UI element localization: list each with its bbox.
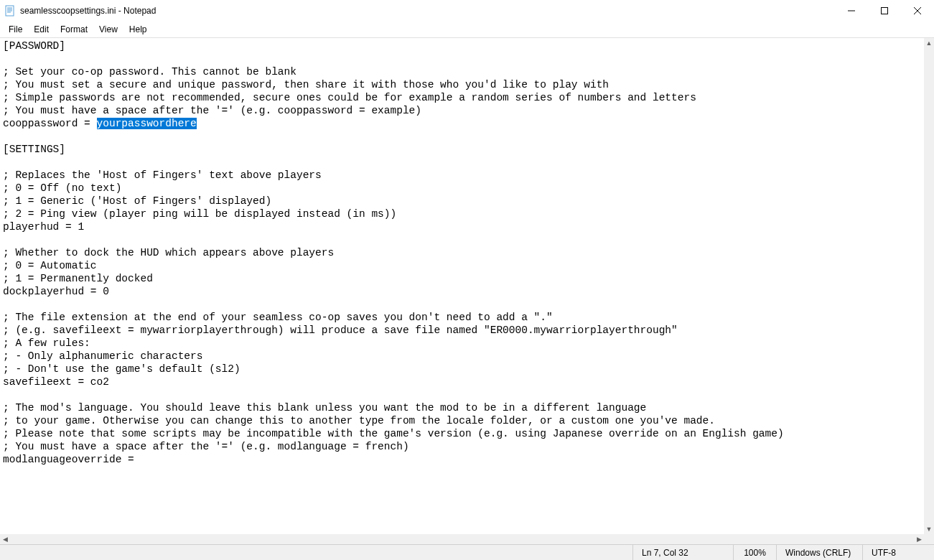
scroll-down-arrow-icon[interactable]: ▼ [924,524,934,534]
window-title: seamlesscoopsettings.ini - Notepad [20,6,835,16]
status-line-ending: Windows (CRLF) [776,545,862,560]
title-bar: seamlesscoopsettings.ini - Notepad [0,0,934,22]
menu-edit[interactable]: Edit [28,23,55,36]
selected-text[interactable]: yourpasswordhere [97,118,197,129]
menu-help[interactable]: Help [123,23,153,36]
window-controls [835,0,934,22]
vertical-scroll-track[interactable] [924,48,934,524]
scrollbar-corner [924,534,934,544]
scroll-right-arrow-icon[interactable]: ▶ [914,534,924,544]
menu-bar: File Edit Format View Help [0,22,934,37]
menu-format[interactable]: Format [55,23,93,36]
status-encoding: UTF-8 [862,545,934,560]
menu-file[interactable]: File [3,23,28,36]
menu-view[interactable]: View [93,23,123,36]
horizontal-scrollbar[interactable]: ◀ ▶ [0,534,924,544]
vertical-scrollbar[interactable]: ▲ ▼ [924,38,934,534]
scroll-left-arrow-icon[interactable]: ◀ [0,534,10,544]
status-position: Ln 7, Col 32 [632,545,733,560]
scroll-up-arrow-icon[interactable]: ▲ [924,38,934,48]
app-icon [4,5,16,17]
maximize-button[interactable] [868,0,901,22]
status-bar: Ln 7, Col 32 100% Windows (CRLF) UTF-8 [0,544,934,560]
horizontal-scroll-track[interactable] [10,534,914,544]
minimize-button[interactable] [835,0,868,22]
close-button[interactable] [901,0,934,22]
status-zoom: 100% [733,545,776,560]
text-editor[interactable]: [PASSWORD] ; Set your co-op password. Th… [0,38,924,534]
svg-rect-6 [882,8,888,14]
editor-wrapper: [PASSWORD] ; Set your co-op password. Th… [0,37,934,544]
